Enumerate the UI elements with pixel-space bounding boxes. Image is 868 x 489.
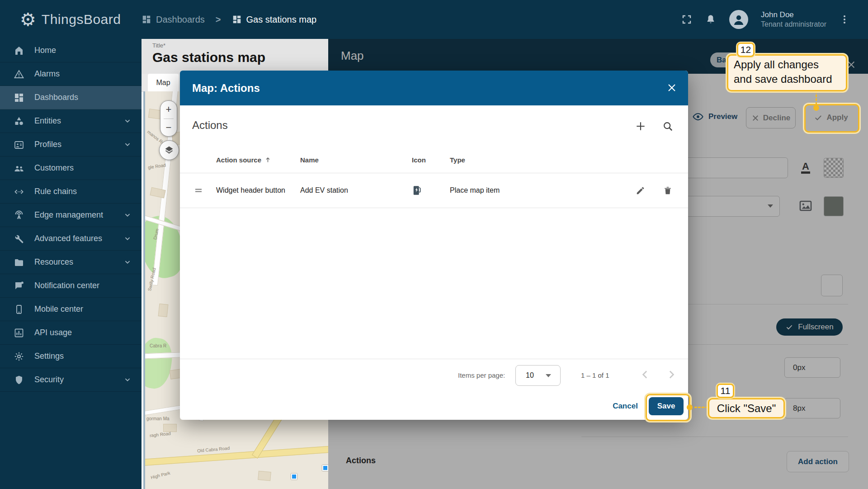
divider (180, 359, 688, 359)
ev-station-icon (412, 173, 424, 208)
sidebar-item-label: Settings (34, 351, 64, 361)
top-bar: ⚙ ThingsBoard Dashboards > Gas stations … (0, 0, 868, 39)
previous-page-icon[interactable] (638, 368, 652, 381)
apply-callout: Apply all changes and save dashboard (727, 54, 847, 91)
map-road-label: gle Road (147, 162, 166, 170)
map-road-label: High Park (150, 470, 170, 480)
gear-icon (14, 351, 24, 362)
sidebar-item-dashboards[interactable]: Dashboards (0, 86, 142, 109)
save-callout-text: Click "Save" (717, 401, 776, 416)
home-icon (14, 45, 24, 56)
column-header-type[interactable]: Type (450, 147, 465, 172)
sidebar-item-edge-management[interactable]: Edge management (0, 204, 142, 227)
notification-message-icon (14, 280, 24, 291)
sidebar-item-customers[interactable]: Customers (0, 157, 142, 180)
sidebar-item-label: Dashboards (34, 93, 78, 102)
map-shape (143, 446, 330, 466)
sidebar-item-notification-center[interactable]: Notification center (0, 274, 142, 298)
sidebar-item-label: Rule chains (34, 187, 77, 196)
cell-name: Add EV station (300, 173, 348, 208)
user-name: John Doe (761, 10, 826, 19)
column-header-icon: Icon (412, 147, 426, 172)
actions-section-header: Actions (180, 114, 688, 138)
pagination-range: 1 – 1 of 1 (581, 371, 609, 379)
kebab-menu-icon[interactable] (839, 14, 850, 25)
shield-icon (14, 375, 24, 385)
dashboards-grid-icon (232, 14, 242, 24)
sidebar-item-resources[interactable]: Resources (0, 251, 142, 274)
cell-type: Place map item (450, 173, 500, 208)
table-row[interactable]: Widget header button Add EV station Plac… (180, 173, 688, 208)
map-road-label: gorman Ma (146, 416, 170, 421)
add-action-icon[interactable] (631, 116, 651, 136)
sidebar-item-label: Security (34, 375, 64, 385)
dashboards-grid-icon (142, 14, 151, 24)
delete-trash-icon[interactable] (658, 180, 678, 200)
items-per-page-select[interactable]: 10 (515, 365, 561, 386)
sidebar-item-home[interactable]: Home (0, 39, 142, 62)
sidebar-item-advanced-features[interactable]: Advanced features (0, 227, 142, 251)
thingsboard-logo-icon: ⚙ (20, 10, 36, 28)
screen: ⚙ ThingsBoard Dashboards > Gas stations … (0, 0, 868, 489)
sidebar-item-alarms[interactable]: Alarms (0, 62, 142, 86)
breadcrumb-separator: > (216, 14, 221, 25)
close-icon[interactable] (666, 82, 677, 93)
chevron-down-icon (123, 375, 132, 385)
sidebar-item-label: Mobile center (34, 304, 83, 314)
breadcrumb-current-page[interactable]: Gas stations map (232, 14, 317, 25)
title-field-label: Title* (152, 42, 165, 49)
sort-arrow-up-icon (264, 156, 272, 164)
title-field-value[interactable]: Gas stations map (152, 50, 265, 65)
next-page-icon[interactable] (665, 368, 678, 381)
step-12-badge: 12 (737, 43, 755, 57)
sidebar-item-label: Notification center (34, 281, 99, 290)
map-road-label: ragh Road (150, 431, 171, 438)
breadcrumb-page-label: Gas stations map (246, 14, 317, 25)
sidebar-item-rule-chains[interactable]: Rule chains (0, 180, 142, 204)
fullscreen-icon[interactable] (681, 14, 692, 25)
layers-icon (164, 145, 175, 156)
apply-connector-dot (813, 105, 819, 111)
save-callout-connector (694, 407, 708, 408)
sidebar-item-api-usage[interactable]: API usage (0, 321, 142, 345)
map-marker[interactable] (291, 474, 297, 480)
user-info[interactable]: John Doe Tenant administrator (761, 10, 826, 28)
edit-pencil-icon[interactable] (631, 180, 651, 200)
actions-table-header: Action source Name Icon Type (180, 147, 688, 172)
map-layers-button[interactable] (159, 140, 179, 160)
apply-callout-connector (816, 90, 817, 105)
sidebar-item-label: Resources (34, 257, 73, 267)
apply-callout-line1: Apply all changes (734, 57, 840, 72)
folder-icon (14, 257, 24, 268)
zoom-in-button[interactable]: + (160, 101, 177, 119)
sidebar-item-label: Entities (34, 116, 61, 126)
map-road-label: Old Cabra Road (197, 446, 230, 453)
drag-handle-icon[interactable] (193, 173, 204, 208)
sidebar-item-settings[interactable]: Settings (0, 345, 142, 368)
chevron-down-icon (123, 210, 132, 220)
sidebar-item-label: Customers (34, 163, 74, 173)
sidebar: Home Alarms Dashboards Entities Profiles… (0, 39, 142, 489)
search-icon[interactable] (658, 116, 678, 136)
sidebar-item-mobile-center[interactable]: Mobile center (0, 298, 142, 321)
breadcrumb: Dashboards > Gas stations map (142, 14, 316, 25)
cancel-button[interactable]: Cancel (605, 397, 646, 415)
map-marker[interactable] (322, 465, 328, 471)
chevron-down-icon (123, 257, 132, 267)
breadcrumb-dashboards[interactable]: Dashboards (142, 14, 205, 25)
notifications-bell-icon[interactable] (705, 14, 717, 25)
map-shape (258, 471, 271, 481)
dialog-title: Map: Actions (180, 82, 260, 95)
sidebar-item-profiles[interactable]: Profiles (0, 133, 142, 157)
brand[interactable]: ⚙ ThingsBoard (0, 10, 142, 28)
antenna-icon (14, 210, 24, 221)
sidebar-item-label: Profiles (34, 140, 61, 149)
zoom-out-button[interactable]: − (160, 119, 177, 137)
column-header-action-source[interactable]: Action source (216, 147, 272, 172)
user-avatar[interactable] (729, 10, 748, 29)
sidebar-item-entities[interactable]: Entities (0, 109, 142, 133)
tab-map[interactable]: Map (148, 74, 179, 91)
smartphone-icon (14, 304, 24, 315)
sidebar-item-security[interactable]: Security (0, 368, 142, 392)
column-header-name[interactable]: Name (300, 147, 319, 172)
